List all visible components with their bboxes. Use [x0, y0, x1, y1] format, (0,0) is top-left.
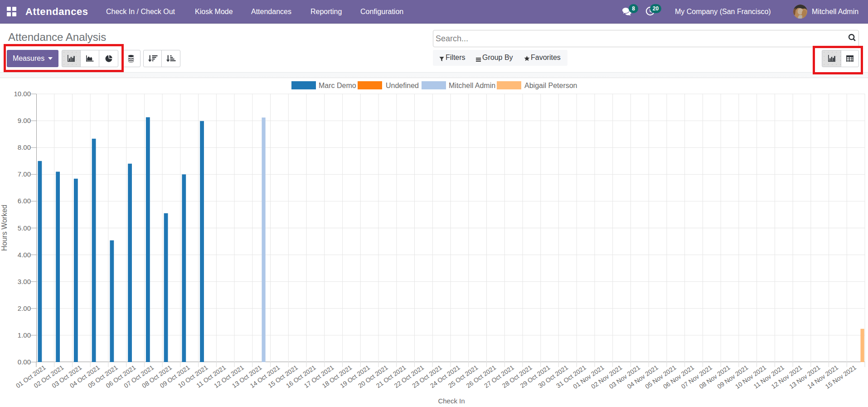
svg-text:2.00: 2.00	[18, 304, 31, 312]
svg-text:5.00: 5.00	[18, 224, 31, 232]
svg-text:4.00: 4.00	[18, 251, 31, 259]
svg-text:9.00: 9.00	[18, 117, 31, 124]
svg-text:0.00: 0.00	[18, 358, 31, 366]
svg-text:Check In: Check In	[438, 397, 465, 405]
svg-text:6.00: 6.00	[18, 197, 31, 205]
svg-text:Hours Worked: Hours Worked	[0, 205, 8, 251]
svg-text:8.00: 8.00	[18, 143, 31, 151]
svg-text:3.00: 3.00	[18, 278, 31, 285]
svg-text:7.00: 7.00	[18, 170, 31, 178]
svg-text:10.00: 10.00	[14, 90, 31, 98]
svg-text:1.00: 1.00	[18, 331, 31, 339]
